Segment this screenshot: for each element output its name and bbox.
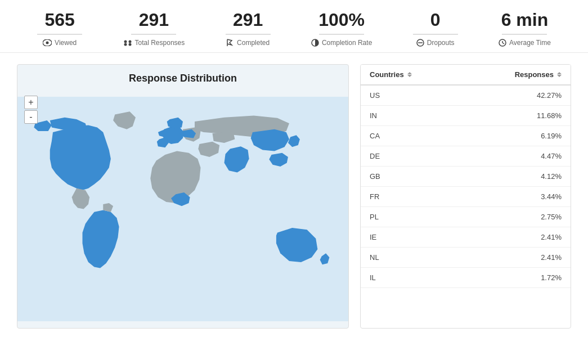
responses-header: Responses <box>505 70 562 79</box>
cell-response: 42.27% <box>505 91 562 100</box>
stat-average-time: 6 min Average Time <box>499 10 551 47</box>
completed-label: Completed <box>226 39 270 47</box>
viewed-divider <box>37 34 82 35</box>
clock-icon <box>499 39 506 47</box>
cell-response: 2.75% <box>505 213 562 221</box>
table-body: US 42.27% IN 11.68% CA 6.19% DE 4.47% GB… <box>361 86 571 288</box>
completion-rate-label: Completion Rate <box>311 39 372 47</box>
table-row: IE 2.41% <box>361 227 571 248</box>
cell-country: DE <box>370 152 505 160</box>
cell-country: CA <box>370 132 505 140</box>
table-row: GB 4.12% <box>361 167 571 187</box>
stat-dropouts: 0 Dropouts <box>413 10 458 47</box>
world-map <box>17 90 348 328</box>
viewed-value: 565 <box>44 10 74 30</box>
table-row: PL 2.75% <box>361 207 571 227</box>
map-section: Response Distribution + - <box>17 64 349 329</box>
table-row: IN 11.68% <box>361 106 571 126</box>
map-title: Response Distribution <box>17 65 348 87</box>
cell-country: GB <box>370 172 505 181</box>
responses-sort-icon[interactable] <box>557 72 562 77</box>
zoom-in-button[interactable]: + <box>24 96 38 109</box>
world-map-svg <box>17 90 348 328</box>
cell-country: FR <box>370 192 505 201</box>
table-header: Countries Responses <box>361 65 571 86</box>
table-row: NL 2.41% <box>361 248 571 268</box>
cell-response: 6.19% <box>505 132 562 140</box>
dropouts-divider <box>413 34 458 35</box>
eye-icon <box>43 39 52 46</box>
average-time-label: Average Time <box>499 39 551 47</box>
svg-point-1 <box>46 42 49 44</box>
completed-value: 291 <box>233 10 263 30</box>
cell-country: PL <box>370 213 505 221</box>
minus-circle-icon <box>416 39 424 47</box>
main-content: Response Distribution + - <box>0 53 588 340</box>
total-responses-divider <box>131 34 176 35</box>
total-responses-value: 291 <box>139 10 169 30</box>
countries-sort-icon[interactable] <box>407 72 412 77</box>
svg-point-5 <box>128 43 131 46</box>
average-time-value: 6 min <box>501 10 549 30</box>
cell-country: NL <box>370 253 505 262</box>
table-row: US 42.27% <box>361 86 571 106</box>
map-controls: + - <box>24 96 38 124</box>
stat-completed: 291 Completed <box>226 10 271 47</box>
dropouts-value: 0 <box>430 10 441 30</box>
viewed-label: Viewed <box>43 39 77 47</box>
zoom-out-button[interactable]: - <box>24 110 38 124</box>
countries-header: Countries <box>370 70 505 79</box>
svg-line-11 <box>502 43 504 44</box>
table-row: IL 1.72% <box>361 268 571 288</box>
table-section: Countries Responses US 42.27% IN 11.68% … <box>360 64 571 329</box>
dots-icon <box>123 39 132 46</box>
table-row: FR 3.44% <box>361 187 571 207</box>
average-time-divider <box>502 34 547 35</box>
cell-country: US <box>370 91 505 100</box>
cell-response: 11.68% <box>505 111 562 120</box>
total-responses-label: Total Responses <box>123 39 185 47</box>
table-row: CA 6.19% <box>361 126 571 146</box>
cell-country: IE <box>370 233 505 241</box>
flag-icon <box>226 39 234 47</box>
svg-point-3 <box>128 41 131 43</box>
cell-country: IN <box>370 111 505 120</box>
svg-point-2 <box>124 41 127 43</box>
completion-rate-value: 100% <box>318 10 365 30</box>
svg-point-4 <box>124 43 127 46</box>
cell-country: IL <box>370 273 505 282</box>
completion-rate-divider <box>319 34 364 35</box>
completed-divider <box>226 34 271 35</box>
cell-response: 3.44% <box>505 192 562 201</box>
stats-bar: 565 Viewed 291 Total Responses 291 Compl… <box>0 0 588 53</box>
cell-response: 2.41% <box>505 233 562 241</box>
cell-response: 1.72% <box>505 273 562 282</box>
stat-completion-rate: 100% Completion Rate <box>311 10 372 47</box>
dropouts-label: Dropouts <box>416 39 455 47</box>
cell-response: 4.47% <box>505 152 562 160</box>
cell-response: 4.12% <box>505 172 562 181</box>
stat-viewed: 565 Viewed <box>37 10 82 47</box>
circle-half-icon <box>311 39 319 47</box>
stat-total-responses: 291 Total Responses <box>123 10 185 47</box>
table-row: DE 4.47% <box>361 146 571 167</box>
cell-response: 2.41% <box>505 253 562 262</box>
